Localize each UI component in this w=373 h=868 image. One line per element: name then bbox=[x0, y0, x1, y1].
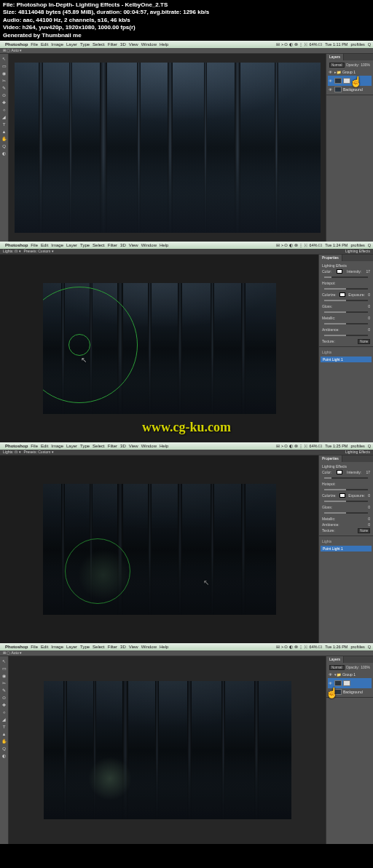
search-icon[interactable]: Q bbox=[368, 444, 371, 448]
menu-view[interactable]: View bbox=[129, 645, 138, 649]
lasso-tool[interactable]: ◉ bbox=[1, 70, 8, 77]
presets-select[interactable]: Presets: Custom ▾ bbox=[24, 249, 54, 253]
metallic-slider[interactable] bbox=[324, 323, 368, 324]
menu-filter[interactable]: Filter bbox=[108, 645, 117, 649]
visibility-icon[interactable]: 👁 bbox=[329, 672, 333, 677]
visibility-icon[interactable]: 👁 bbox=[329, 79, 333, 83]
lights-label[interactable]: Lights: ⊡ ▾ bbox=[3, 450, 21, 454]
pen-tool[interactable]: ◢ bbox=[1, 716, 8, 723]
zoom-tool[interactable]: Q bbox=[1, 143, 8, 150]
menu-view[interactable]: View bbox=[129, 444, 138, 448]
properties-tab[interactable]: Properties bbox=[319, 255, 342, 261]
menu-filter[interactable]: Filter bbox=[108, 444, 117, 448]
presets-select[interactable]: Presets: Custom ▾ bbox=[24, 450, 54, 454]
visibility-icon[interactable]: 👁 bbox=[329, 681, 333, 685]
search-icon[interactable]: Q bbox=[368, 645, 371, 649]
marquee-tool[interactable]: ▭ bbox=[1, 63, 8, 70]
eyedropper-tool[interactable]: ✎ bbox=[1, 687, 8, 694]
brush-tool[interactable]: ⊙ bbox=[1, 92, 8, 99]
layers-tab[interactable]: Layers bbox=[326, 54, 344, 60]
menu-edit[interactable]: Edit bbox=[41, 243, 48, 247]
menu-type[interactable]: Type bbox=[80, 444, 90, 448]
type-tool[interactable]: T bbox=[1, 723, 8, 730]
lights-label[interactable]: Lights: ⊡ ▾ bbox=[3, 249, 21, 253]
colorize-swatch[interactable] bbox=[339, 493, 345, 498]
menu-edit[interactable]: Edit bbox=[41, 444, 48, 448]
menu-app[interactable]: Photoshop bbox=[5, 243, 28, 247]
menu-layer[interactable]: Layer bbox=[66, 444, 77, 448]
color-swatch[interactable] bbox=[337, 470, 342, 474]
intensity-slider[interactable] bbox=[324, 477, 368, 479]
menu-image[interactable]: Image bbox=[51, 444, 63, 448]
menu-edit[interactable]: Edit bbox=[41, 42, 48, 47]
options-content[interactable]: ⊞ ▢ Auto ▾ bbox=[3, 650, 22, 655]
color-swatch[interactable] bbox=[337, 269, 342, 274]
hand-tool[interactable]: ✋ bbox=[1, 738, 8, 745]
canvas-area[interactable] bbox=[9, 656, 326, 844]
exposure-slider[interactable] bbox=[324, 300, 368, 301]
crop-tool[interactable]: ✂ bbox=[1, 680, 8, 687]
move-tool[interactable]: ↖ bbox=[1, 658, 8, 665]
layers-tab[interactable]: Layers bbox=[326, 656, 344, 663]
marquee-tool[interactable]: ▭ bbox=[1, 665, 8, 672]
exposure-slider[interactable] bbox=[324, 501, 368, 502]
color-fg[interactable]: ◐ bbox=[1, 752, 8, 760]
menu-file[interactable]: File bbox=[31, 444, 38, 448]
menu-file[interactable]: File bbox=[31, 243, 38, 247]
menu-3d[interactable]: 3D bbox=[120, 243, 126, 247]
menu-app[interactable]: Photoshop bbox=[5, 444, 28, 448]
move-tool[interactable]: ↖ bbox=[1, 55, 8, 63]
group-layer[interactable]: 👁 ▾📁 Group 1 bbox=[328, 671, 372, 678]
gradient-tool[interactable]: ⟐ bbox=[1, 709, 8, 716]
menu-window[interactable]: Window bbox=[141, 243, 157, 247]
menu-select[interactable]: Select bbox=[93, 645, 105, 649]
gloss-slider[interactable] bbox=[324, 512, 368, 514]
menu-3d[interactable]: 3D bbox=[120, 645, 126, 649]
menu-window[interactable]: Window bbox=[141, 645, 157, 649]
colorize-swatch[interactable] bbox=[339, 292, 345, 297]
menu-3d[interactable]: 3D bbox=[120, 444, 126, 448]
menu-image[interactable]: Image bbox=[51, 42, 63, 47]
search-icon[interactable]: Q bbox=[368, 243, 371, 247]
opacity-value[interactable]: 100% bbox=[361, 665, 370, 669]
menu-layer[interactable]: Layer bbox=[66, 243, 77, 247]
menu-view[interactable]: View bbox=[129, 42, 138, 47]
stamp-tool[interactable]: ✚ bbox=[1, 99, 8, 106]
stamp-tool[interactable]: ✚ bbox=[1, 701, 8, 709]
menu-file[interactable]: File bbox=[31, 645, 38, 649]
options-content[interactable]: ⊞ ▢ Auto ▾ bbox=[3, 48, 22, 52]
gloss-slider[interactable] bbox=[324, 311, 368, 313]
menu-select[interactable]: Select bbox=[93, 444, 105, 448]
menu-select[interactable]: Select bbox=[93, 42, 105, 47]
canvas-area[interactable]: ↖ bbox=[0, 255, 318, 442]
gradient-tool[interactable]: ⟐ bbox=[1, 106, 8, 114]
menu-layer[interactable]: Layer bbox=[66, 645, 77, 649]
menu-help[interactable]: Help bbox=[160, 645, 168, 649]
blend-mode-select[interactable]: Normal bbox=[329, 665, 345, 670]
menu-app[interactable]: Photoshop bbox=[5, 645, 28, 649]
light-gizmo[interactable] bbox=[65, 538, 130, 604]
texture-select[interactable]: None bbox=[358, 528, 370, 533]
pen-tool[interactable]: ◢ bbox=[1, 114, 8, 121]
zoom-tool[interactable]: Q bbox=[1, 745, 8, 752]
menu-type[interactable]: Type bbox=[80, 42, 90, 47]
intensity-slider[interactable] bbox=[324, 276, 368, 278]
menu-type[interactable]: Type bbox=[80, 645, 90, 649]
light-gizmo-inner[interactable] bbox=[68, 334, 90, 356]
shape-tool[interactable]: ▲ bbox=[1, 730, 8, 738]
hand-tool[interactable]: ✋ bbox=[1, 135, 8, 143]
opacity-value[interactable]: 100% bbox=[361, 63, 370, 67]
search-icon[interactable]: Q bbox=[368, 42, 371, 47]
menu-window[interactable]: Window bbox=[141, 42, 157, 47]
menu-3d[interactable]: 3D bbox=[120, 42, 126, 47]
lasso-tool[interactable]: ◉ bbox=[1, 672, 8, 680]
canvas-area[interactable]: ↖ bbox=[0, 455, 318, 643]
menu-image[interactable]: Image bbox=[51, 645, 63, 649]
texture-select[interactable]: None bbox=[358, 339, 370, 344]
menu-help[interactable]: Help bbox=[160, 42, 168, 47]
crop-tool[interactable]: ✂ bbox=[1, 77, 8, 84]
menu-file[interactable]: File bbox=[31, 42, 38, 47]
properties-tab[interactable]: Properties bbox=[319, 455, 342, 462]
menu-help[interactable]: Help bbox=[160, 243, 168, 247]
color-fg[interactable]: ◐ bbox=[1, 150, 8, 157]
